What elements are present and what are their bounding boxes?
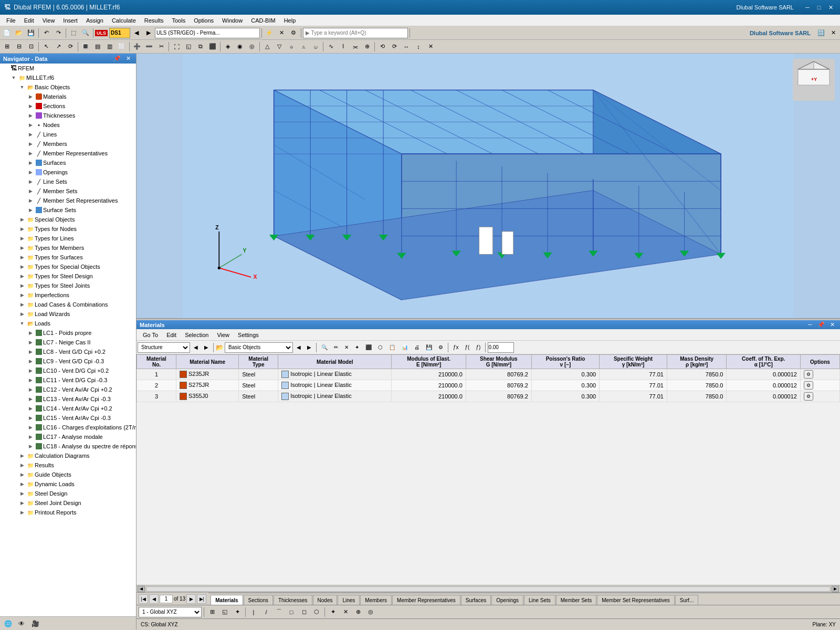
menu-cadbim[interactable]: CAD-BIM <box>247 16 279 25</box>
table-row[interactable]: 1 S235JR Steel Isotropic | Linear Elasti… <box>137 369 840 380</box>
mat-menu-edit[interactable]: Edit <box>162 331 181 339</box>
basic-objects-select[interactable]: Basic Objects <box>225 342 293 353</box>
lc12-expand[interactable]: ▶ <box>26 387 35 392</box>
cross-button[interactable]: ✕ <box>276 27 287 39</box>
mat-menu-view[interactable]: View <box>213 331 234 339</box>
bot-btn1[interactable]: ⊞ <box>206 606 218 618</box>
close2-button[interactable]: ✕ <box>827 27 839 39</box>
next-load-button[interactable]: ▶ <box>143 27 154 39</box>
tree-lc14[interactable]: ▶ LC14 - Vent Ar/Av Cpi +0.2 <box>0 404 136 413</box>
mat-tb7[interactable]: 📋 <box>386 342 398 353</box>
tb2-34[interactable]: ✕ <box>425 41 436 52</box>
mat-tb2[interactable]: ✏ <box>331 342 341 353</box>
tn-expand[interactable]: ▶ <box>18 226 26 232</box>
tab-lines[interactable]: Lines <box>338 595 360 605</box>
tab-member-reps[interactable]: Member Representatives <box>392 595 460 605</box>
tree-lc10[interactable]: ▶ LC10 - Vent D/G Cpi +0.2 <box>0 366 136 375</box>
cs-select[interactable]: 1 - Global XYZ <box>139 607 202 617</box>
tab-surfaces[interactable]: Surfaces <box>461 595 491 605</box>
menu-help[interactable]: Help <box>280 16 300 25</box>
lc18-expand[interactable]: ▶ <box>26 444 35 449</box>
lw-expand[interactable]: ▶ <box>18 311 26 317</box>
redo-button[interactable]: ↷ <box>52 27 64 39</box>
tab-line-sets[interactable]: Line Sets <box>524 595 555 605</box>
tree-root-rfem[interactable]: 🏗 RFEM <box>0 64 136 73</box>
bot-btn12[interactable]: ⊕ <box>352 606 364 618</box>
prev-nav-button[interactable]: ◀ <box>191 342 201 353</box>
bot-btn5[interactable]: / <box>260 606 272 618</box>
tree-lc13[interactable]: ▶ LC13 - Vent Av/Ar Cpi -0.3 <box>0 394 136 404</box>
tb2-3[interactable]: ⊡ <box>25 41 37 52</box>
nav-camera-button[interactable]: 🎥 <box>29 618 41 629</box>
lc14-expand[interactable]: ▶ <box>26 406 35 411</box>
lines-expand[interactable]: ▶ <box>26 132 35 137</box>
tb2-19[interactable]: ◉ <box>234 41 246 52</box>
mat-fx3[interactable]: ƒ) <box>473 342 483 353</box>
file-expand[interactable]: ▼ <box>9 75 18 80</box>
new-button[interactable]: 📄 <box>1 27 13 39</box>
maximize-button[interactable]: □ <box>814 2 824 13</box>
tm-expand[interactable]: ▶ <box>18 245 26 250</box>
tb2-8[interactable]: ▤ <box>92 41 103 52</box>
load-combo[interactable] <box>155 28 260 38</box>
tb2-20[interactable]: ◎ <box>246 41 258 52</box>
sec-expand[interactable]: ▶ <box>26 103 35 109</box>
tb2-11[interactable]: ➕ <box>131 41 143 52</box>
zoom-button[interactable]: 🔍 <box>80 27 91 39</box>
tree-printout[interactable]: ▶ 📁 Printout Reports <box>0 508 136 517</box>
menu-options[interactable]: Options <box>190 16 218 25</box>
pr-expand[interactable]: ▶ <box>18 510 26 515</box>
thick-expand[interactable]: ▶ <box>26 113 35 118</box>
select-button[interactable]: ⬚ <box>68 27 79 39</box>
mat-tb1[interactable]: 🔍 <box>319 342 330 353</box>
bot-btn11[interactable]: ✕ <box>340 606 351 618</box>
mat-tb10[interactable]: 💾 <box>423 342 435 353</box>
ls-expand[interactable]: ▶ <box>26 179 35 184</box>
menu-file[interactable]: File <box>2 16 20 25</box>
tree-imperfections[interactable]: ▶ 📁 Imperfections <box>0 290 136 300</box>
lc15-expand[interactable]: ▶ <box>26 415 35 421</box>
tb2-24[interactable]: ⟑ <box>298 41 309 52</box>
tree-lines[interactable]: ▶ ╱ Lines <box>0 130 136 139</box>
panel-close-button[interactable]: ✕ <box>827 321 837 328</box>
tb2-28[interactable]: ⫘ <box>349 41 361 52</box>
tso-expand[interactable]: ▶ <box>18 264 26 269</box>
tab-members[interactable]: Members <box>360 595 392 605</box>
tree-types-special[interactable]: ▶ 📁 Types for Special Objects <box>0 262 136 271</box>
tree-types-members[interactable]: ▶ 📁 Types for Members <box>0 243 136 253</box>
tb2-1[interactable]: ⊞ <box>1 41 13 52</box>
menu-window[interactable]: Window <box>218 16 247 25</box>
table-row[interactable]: 2 S275JR Steel Isotropic | Linear Elasti… <box>137 380 840 391</box>
open-button[interactable]: 📂 <box>13 27 25 39</box>
tree-materials[interactable]: ▶ Materials <box>0 92 136 101</box>
loads-expand[interactable]: ▼ <box>18 321 26 326</box>
mat-tb8[interactable]: 📊 <box>399 342 411 353</box>
tb2-25[interactable]: ⟒ <box>310 41 321 52</box>
mat-fx2[interactable]: ƒ( <box>463 342 472 353</box>
tb2-12[interactable]: ➖ <box>143 41 155 52</box>
tree-types-steel[interactable]: ▶ 📁 Types for Steel Design <box>0 271 136 281</box>
tree-types-steeljoints[interactable]: ▶ 📁 Types for Steel Joints <box>0 281 136 290</box>
lc17-expand[interactable]: ▶ <box>26 434 35 439</box>
tb2-27[interactable]: ⌇ <box>337 41 349 52</box>
lc1-expand[interactable]: ▶ <box>26 330 35 335</box>
tree-sections[interactable]: ▶ Sections <box>0 101 136 111</box>
tree-guide[interactable]: ▶ 📁 Guide Objects <box>0 470 136 479</box>
tb2-6[interactable]: ⟳ <box>65 41 76 52</box>
menu-tools[interactable]: Tools <box>167 16 190 25</box>
tb2-16[interactable]: ⧉ <box>195 41 206 52</box>
row-options-button[interactable]: ⚙ <box>804 381 813 390</box>
mat-menu-goto[interactable]: Go To <box>139 331 162 339</box>
menu-edit[interactable]: Edit <box>20 16 38 25</box>
tree-linesets[interactable]: ▶ ╱ Line Sets <box>0 177 136 186</box>
save-button[interactable]: 💾 <box>25 27 37 39</box>
tab-thicknesses[interactable]: Thicknesses <box>274 595 312 605</box>
tree-special[interactable]: ▶ 📁 Special Objects <box>0 215 136 224</box>
tree-basic-objects[interactable]: ▼ 📂 Basic Objects <box>0 82 136 92</box>
res-expand[interactable]: ▶ <box>18 463 26 468</box>
tb2-32[interactable]: ↔ <box>401 41 412 52</box>
tb2-15[interactable]: ◱ <box>183 41 194 52</box>
ts-expand[interactable]: ▶ <box>18 255 26 260</box>
bo-prev[interactable]: ◀ <box>294 342 303 353</box>
lc16-expand[interactable]: ▶ <box>26 425 35 430</box>
